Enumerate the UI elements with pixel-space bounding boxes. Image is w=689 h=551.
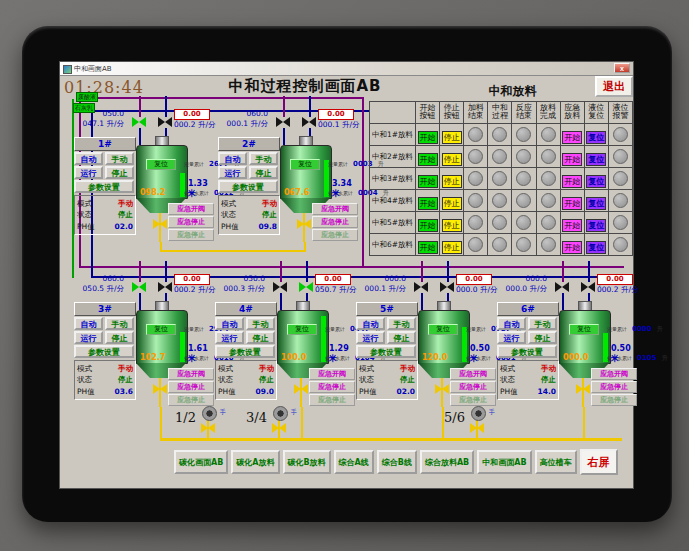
emergency-start-button[interactable]: 开始: [562, 197, 582, 210]
run-button[interactable]: 运行: [497, 331, 526, 344]
tank-reset-button[interactable]: 复位: [146, 159, 176, 170]
stop-button[interactable]: 停止: [442, 219, 462, 232]
manual-button[interactable]: 手动: [246, 317, 275, 330]
drain-valve-icon[interactable]: [576, 384, 590, 395]
emergency-open-button[interactable]: 应急开阀: [168, 203, 214, 215]
valve-icon[interactable]: [132, 282, 146, 293]
valve-icon[interactable]: [302, 117, 316, 128]
auto-button[interactable]: 自动: [497, 317, 526, 330]
valve-icon[interactable]: [273, 282, 287, 293]
valve-icon[interactable]: [414, 282, 428, 293]
stop-button[interactable]: 停止: [442, 131, 462, 144]
level-reset-button[interactable]: 复位: [586, 153, 606, 166]
emergency-start-button[interactable]: 开始: [562, 175, 582, 188]
auto-button[interactable]: 自动: [74, 152, 103, 165]
stop-button[interactable]: 停止: [442, 175, 462, 188]
run-button[interactable]: 运行: [218, 166, 247, 179]
valve-icon[interactable]: [276, 117, 290, 128]
stop-button[interactable]: 停止: [442, 153, 462, 166]
params-button[interactable]: 参数设置: [356, 345, 416, 358]
auto-button[interactable]: 自动: [215, 317, 244, 330]
level-reset-button[interactable]: 复位: [586, 241, 606, 254]
run-button[interactable]: 运行: [356, 331, 385, 344]
emergency-start-button[interactable]: 开始: [562, 153, 582, 166]
manual-button[interactable]: 手动: [105, 152, 134, 165]
drain-valve-icon[interactable]: [294, 384, 308, 395]
stop-button[interactable]: 停止: [442, 197, 462, 210]
emergency-open-button[interactable]: 应急开阀: [312, 203, 358, 215]
auto-button[interactable]: 自动: [356, 317, 385, 330]
params-button[interactable]: 参数设置: [74, 345, 134, 358]
stop-button[interactable]: 停止: [442, 241, 462, 254]
stop-button[interactable]: 停止: [246, 331, 275, 344]
stop-button[interactable]: 停止: [105, 166, 134, 179]
nav-button[interactable]: 综合放料AB: [420, 450, 474, 474]
emergency-stop2-button[interactable]: 应急停止: [309, 394, 355, 406]
params-button[interactable]: 参数设置: [215, 345, 275, 358]
emergency-stop-button[interactable]: 应急停止: [168, 216, 214, 228]
emergency-stop-button[interactable]: 应急停止: [450, 381, 496, 393]
start-button[interactable]: 开始: [418, 219, 438, 232]
nav-button[interactable]: 碳化A放料: [231, 450, 279, 474]
emergency-stop2-button[interactable]: 应急停止: [312, 229, 358, 241]
drain-valve-icon[interactable]: [272, 423, 286, 434]
tank-reset-button[interactable]: 复位: [569, 324, 599, 335]
nav-button[interactable]: 综合B线: [377, 450, 417, 474]
start-button[interactable]: 开始: [418, 153, 438, 166]
valve-icon[interactable]: [440, 282, 454, 293]
manual-button[interactable]: 手动: [387, 317, 416, 330]
emergency-open-button[interactable]: 应急开阀: [450, 368, 496, 380]
emergency-stop2-button[interactable]: 应急停止: [450, 394, 496, 406]
auto-button[interactable]: 自动: [74, 317, 103, 330]
start-button[interactable]: 开始: [418, 241, 438, 254]
emergency-stop-button[interactable]: 应急停止: [168, 381, 214, 393]
emergency-open-button[interactable]: 应急开阀: [309, 368, 355, 380]
manual-button[interactable]: 手动: [105, 317, 134, 330]
level-reset-button[interactable]: 复位: [586, 219, 606, 232]
nav-button[interactable]: 中和画面AB: [477, 450, 531, 474]
run-button[interactable]: 运行: [215, 331, 244, 344]
params-button[interactable]: 参数设置: [218, 180, 278, 193]
tank-reset-button[interactable]: 复位: [146, 324, 176, 335]
emergency-start-button[interactable]: 开始: [562, 241, 582, 254]
level-reset-button[interactable]: 复位: [586, 131, 606, 144]
stop-button[interactable]: 停止: [105, 331, 134, 344]
drain-valve-icon[interactable]: [201, 423, 215, 434]
emergency-stop-button[interactable]: 应急停止: [309, 381, 355, 393]
stop-button[interactable]: 停止: [387, 331, 416, 344]
nav-button[interactable]: 碳化画面AB: [174, 450, 228, 474]
auto-button[interactable]: 自动: [218, 152, 247, 165]
tank-reset-button[interactable]: 复位: [428, 324, 458, 335]
emergency-open-button[interactable]: 应急开阀: [591, 368, 637, 380]
stop-button[interactable]: 停止: [249, 166, 278, 179]
run-button[interactable]: 运行: [74, 331, 103, 344]
emergency-stop-button[interactable]: 应急停止: [312, 216, 358, 228]
start-button[interactable]: 开始: [418, 197, 438, 210]
level-reset-button[interactable]: 复位: [586, 175, 606, 188]
emergency-stop2-button[interactable]: 应急停止: [168, 394, 214, 406]
nav-button[interactable]: 碳化B放料: [283, 450, 331, 474]
level-reset-button[interactable]: 复位: [586, 197, 606, 210]
exit-button[interactable]: 退出: [595, 76, 633, 97]
valve-icon[interactable]: [555, 282, 569, 293]
valve-icon[interactable]: [581, 282, 595, 293]
start-button[interactable]: 开始: [418, 131, 438, 144]
drain-valve-icon[interactable]: [435, 384, 449, 395]
drain-valve-icon[interactable]: [153, 384, 167, 395]
manual-button[interactable]: 手动: [249, 152, 278, 165]
nav-button[interactable]: 综合A线: [334, 450, 374, 474]
valve-icon[interactable]: [299, 282, 313, 293]
params-button[interactable]: 参数设置: [497, 345, 557, 358]
stop-button[interactable]: 停止: [528, 331, 557, 344]
emergency-start-button[interactable]: 开始: [562, 131, 582, 144]
emergency-open-button[interactable]: 应急开阀: [168, 368, 214, 380]
nav-button[interactable]: 右屏: [580, 449, 618, 475]
run-button[interactable]: 运行: [74, 166, 103, 179]
drain-valve-icon[interactable]: [153, 219, 167, 230]
emergency-stop2-button[interactable]: 应急停止: [168, 229, 214, 241]
emergency-stop2-button[interactable]: 应急停止: [591, 394, 637, 406]
tank-reset-button[interactable]: 复位: [290, 159, 320, 170]
valve-icon[interactable]: [158, 117, 172, 128]
close-icon[interactable]: x: [614, 63, 630, 73]
valve-icon[interactable]: [158, 282, 172, 293]
